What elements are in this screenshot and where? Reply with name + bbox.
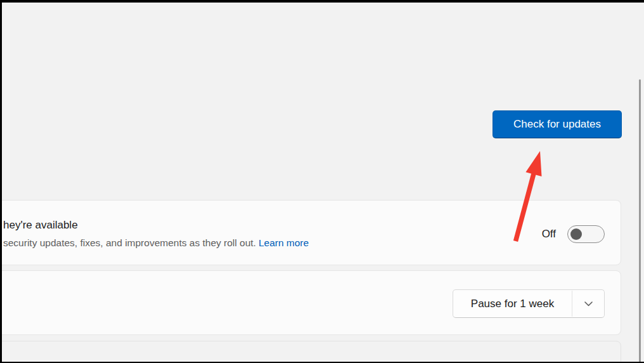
scrollbar[interactable] [639,79,641,363]
partial-bottom-row [0,341,621,363]
latest-updates-row: hey're available security updates, fixes… [0,200,621,265]
toggle-state-label: Off [542,228,556,241]
chevron-down-icon[interactable] [572,290,604,317]
toggle-knob [570,228,582,240]
window-left-edge [0,0,2,363]
pause-updates-row: Pause for 1 week [0,270,621,335]
pause-updates-dropdown-button[interactable]: Pause for 1 week [453,289,605,318]
check-for-updates-button[interactable]: Check for updates [493,110,622,138]
windows-update-settings-view: Check for updates hey're available secur… [0,0,644,363]
learn-more-link[interactable]: Learn more [259,237,309,248]
window-top-edge [0,0,644,3]
latest-updates-row-description: security updates, fixes, and improvement… [3,237,309,249]
toggle-group: Off [542,225,605,243]
pause-dropdown-label: Pause for 1 week [453,290,572,317]
latest-updates-description-text: security updates, fixes, and improvement… [3,237,256,248]
toggle-switch-off[interactable] [567,225,605,243]
latest-updates-row-title: hey're available [3,218,78,232]
